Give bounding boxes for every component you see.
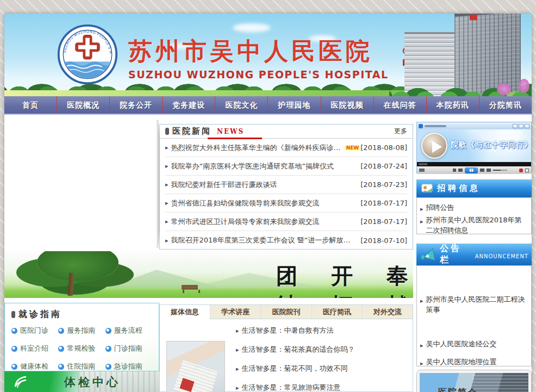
slogan-banner: 团结 开拓 奉献 bbox=[4, 251, 413, 298]
stop-icon[interactable] bbox=[453, 169, 456, 172]
guide-link-emergency-guide[interactable]: 急诊指南 bbox=[105, 362, 152, 371]
nav-item-overview[interactable]: 医院概况 bbox=[57, 96, 109, 114]
checkup-title: 体检中心 bbox=[64, 375, 121, 390]
slogan-word: 开拓 bbox=[331, 261, 358, 298]
article-link[interactable]: ▸生活智多星：中暑自救有方法 bbox=[236, 326, 413, 335]
hospital-name-en: SUZHOU WUZHONG PEOPLE'S HOSPITAL bbox=[128, 69, 389, 80]
guide-link-departments[interactable]: 科室介绍 bbox=[11, 344, 58, 353]
next-icon[interactable] bbox=[480, 169, 484, 172]
triangle-bullet-icon: ▸ bbox=[236, 327, 239, 334]
announcement-link[interactable]: ▸苏州市吴中人民医院二期工程决策事 bbox=[420, 294, 528, 315]
options-menu-icon[interactable] bbox=[419, 169, 425, 172]
guide-link-outpatient[interactable]: 医院门诊 bbox=[11, 326, 58, 335]
announcement-subtitle: ANNOUNCEMENT bbox=[475, 253, 528, 259]
image-carousel-placeholder[interactable] bbox=[4, 119, 159, 249]
record-icon[interactable] bbox=[519, 169, 523, 172]
news-item-link[interactable]: 常州市武进区卫计局领导专家前来我院参观交流 bbox=[171, 217, 320, 227]
volume-slider[interactable] bbox=[493, 170, 507, 171]
triangle-bullet-icon: ▸ bbox=[165, 163, 169, 170]
circle-arrow-icon bbox=[58, 364, 64, 370]
visit-guide-panel: 就诊指南 医院门诊 服务指南 服务流程 科室介绍 常规检验 门诊指南 健康体检 … bbox=[4, 303, 159, 371]
announcement-link[interactable]: ▸吴中人民医院地理位置 bbox=[420, 357, 528, 366]
triangle-bullet-icon: ▸ bbox=[420, 340, 423, 351]
nav-item-party-building[interactable]: 党务建设 bbox=[162, 96, 215, 114]
nav-item-home[interactable]: 首页 bbox=[4, 96, 57, 114]
previous-icon[interactable] bbox=[458, 169, 463, 172]
news-list: ▸ 热烈祝贺大外科主任陈革华主编的《新编外科疾病诊断与治 NEW [2018-0… bbox=[160, 139, 413, 250]
tab-hospital-journal[interactable]: 医院院刊 bbox=[261, 305, 311, 319]
article-link[interactable]: ▸生活智多星：菊花茶真的适合你吗？ bbox=[236, 345, 413, 354]
checkup-center-banner[interactable]: 体检中心 bbox=[4, 371, 159, 392]
nav-item-nursing[interactable]: 护理园地 bbox=[267, 96, 320, 114]
guide-link-outpatient-guide[interactable]: 门诊指南 bbox=[105, 344, 152, 353]
news-row: ▸ 我院纪委对新任干部进行廉政谈话 [2018-07-23] bbox=[165, 176, 407, 194]
news-row: ▸ 我院召开2018年度第三次党委工作会议 暨“进一步解放思想 [2018-07… bbox=[165, 231, 407, 250]
nav-item-culture[interactable]: 医院文化 bbox=[215, 96, 267, 114]
news-item-link[interactable]: 我院召开2018年度第三次党委工作会议 暨“进一步解放思想 bbox=[171, 235, 356, 245]
hospital-intro-card[interactable]: 医院简介 bbox=[416, 370, 532, 392]
circle-arrow-icon bbox=[11, 328, 17, 334]
site-title-block: 苏州市吴中人民医院 SUZHOU WUZHONG PEOPLE'S HOSPIT… bbox=[128, 35, 389, 80]
circle-arrow-icon bbox=[105, 346, 111, 352]
checkup-logo-icon bbox=[11, 374, 29, 392]
hospital-logo: SUZHOU WUZHONG PEOPLE'S HOSPITAL bbox=[57, 23, 119, 85]
news-tag: NEWS bbox=[217, 128, 244, 135]
nav-item-branch-news[interactable]: 分院简讯 bbox=[479, 96, 532, 114]
pause-button[interactable]: ▮▮ bbox=[465, 167, 478, 173]
news-header: 医院新闻 NEWS 更多 bbox=[160, 125, 413, 139]
triangle-bullet-icon: ▸ bbox=[236, 384, 239, 391]
playlist-icon[interactable] bbox=[487, 169, 491, 172]
nav-item-pharmacy-news[interactable]: 本院药讯 bbox=[426, 96, 479, 114]
news-item-link[interactable]: 热烈祝贺大外科主任陈革华主编的《新编外科疾病诊断与治 bbox=[171, 143, 342, 153]
seek-bar[interactable] bbox=[417, 162, 531, 166]
nav-item-affairs-public[interactable]: 院务公开 bbox=[109, 96, 162, 114]
guide-link-service-guide[interactable]: 服务指南 bbox=[58, 326, 105, 335]
article-link[interactable]: ▸生活智多星：常见旅游病要注意 bbox=[236, 383, 413, 392]
news-item-date: [2018-07-17] bbox=[360, 217, 407, 226]
section-bullet-icon bbox=[11, 311, 15, 318]
guide-link-health-checkup[interactable]: 健康体检 bbox=[11, 362, 58, 371]
news-title: 医院新闻 bbox=[172, 126, 211, 136]
tab-external-exchange[interactable]: 对外交流 bbox=[363, 305, 413, 319]
media-player-window: ♪ ♫ 院歌《与红十字同行》 ▮▮ bbox=[416, 122, 532, 173]
tab-lectures[interactable]: 学术讲座 bbox=[210, 305, 261, 319]
guide-link-routine-tests[interactable]: 常规检验 bbox=[58, 344, 105, 353]
slogan-text: 团结 开拓 奉献 bbox=[276, 261, 413, 298]
player-app-title bbox=[425, 125, 446, 127]
section-bullet-icon bbox=[165, 128, 169, 135]
tab-media-info[interactable]: 媒体信息 bbox=[160, 305, 210, 319]
announcement-header: 公告栏 ANNOUNCEMENT bbox=[416, 244, 532, 265]
nav-item-video[interactable]: 医院视频 bbox=[321, 96, 373, 114]
page: SUZHOU WUZHONG PEOPLE'S HOSPITAL 苏州市吴中人民… bbox=[4, 14, 532, 392]
play-button[interactable] bbox=[421, 133, 447, 159]
megaphone-icon bbox=[419, 246, 438, 264]
article-link[interactable]: ▸生活智多星：菊花不同，功效不同 bbox=[236, 364, 413, 374]
news-item-link[interactable]: 我院纪委对新任干部进行廉政谈话 bbox=[171, 180, 277, 190]
news-item-link[interactable]: 贵州省德江县妇幼保健院领导前来我院参观交流 bbox=[171, 198, 320, 208]
guide-link-inpatient-guide[interactable]: 住院指南 bbox=[58, 362, 105, 371]
triangle-bullet-icon: ▸ bbox=[420, 204, 423, 214]
announcement-link[interactable]: ▸吴中人民医院途经公交 bbox=[420, 339, 528, 349]
triangle-bullet-icon: ▸ bbox=[420, 358, 423, 366]
slogan-word: 奉献 bbox=[387, 261, 413, 298]
slogan-word: 团结 bbox=[276, 261, 303, 298]
news-row: ▸ 热烈祝贺大外科主任陈革华主编的《新编外科疾病诊断与治 NEW [2018-0… bbox=[165, 139, 407, 157]
announcement-panel: ▸苏州市吴中人民医院二期工程决策事 ▸吴中人民医院途经公交 ▸吴中人民医院地理位… bbox=[416, 265, 532, 366]
intro-building-image: 医院简介 bbox=[420, 373, 528, 392]
nav-item-qa[interactable]: 在线问答 bbox=[373, 96, 426, 114]
news-item-link[interactable]: 我院举办“南京医科大学医患沟通研究基地”揭牌仪式 bbox=[171, 161, 334, 171]
restore-icon[interactable] bbox=[519, 124, 523, 128]
news-item-date: [2018-08-08] bbox=[360, 144, 407, 152]
close-icon[interactable] bbox=[525, 124, 529, 128]
triangle-bullet-icon: ▸ bbox=[165, 200, 169, 207]
flower-decoration bbox=[497, 83, 511, 95]
fullscreen-icon[interactable] bbox=[525, 169, 529, 172]
triangle-bullet-icon: ▸ bbox=[165, 218, 169, 225]
recruit-link[interactable]: ▸招聘公告 bbox=[420, 202, 528, 213]
guide-link-service-process[interactable]: 服务流程 bbox=[105, 326, 152, 335]
news-more-link[interactable]: 更多 bbox=[394, 127, 407, 136]
news-row: ▸ 贵州省德江县妇幼保健院领导前来我院参观交流 [2018-07-17] bbox=[165, 194, 407, 213]
recruit-link[interactable]: ▸苏州市吴中人民医院2018年第二次招聘信息 bbox=[420, 215, 528, 235]
minimize-icon[interactable] bbox=[513, 124, 518, 128]
tab-medical-briefs[interactable]: 医疗简讯 bbox=[312, 305, 363, 319]
